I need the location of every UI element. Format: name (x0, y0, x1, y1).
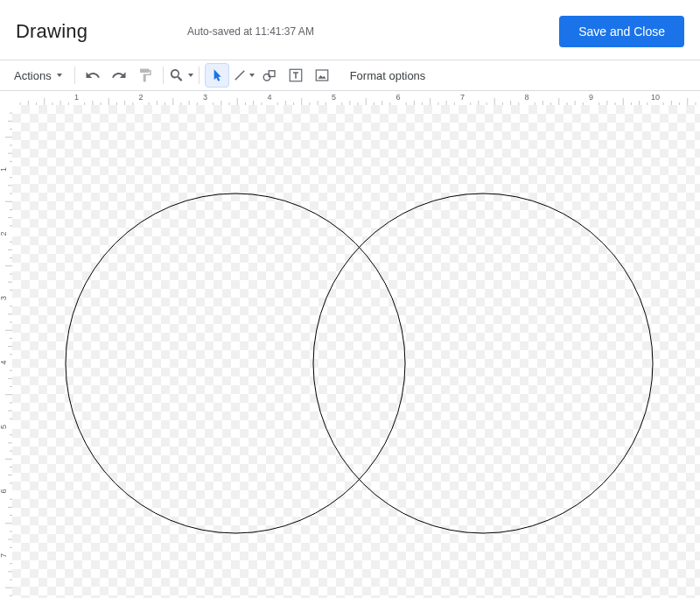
svg-text:5: 5 (332, 93, 336, 102)
svg-text:4: 4 (267, 93, 271, 102)
svg-text:3: 3 (203, 93, 207, 102)
select-tool[interactable] (205, 63, 229, 88)
caret-down-icon (57, 74, 62, 77)
ruler-horizontal: 12345678910 (12, 91, 700, 105)
redo-button[interactable] (107, 63, 131, 88)
svg-text:6: 6 (0, 489, 8, 493)
svg-text:7: 7 (0, 553, 8, 558)
undo-button[interactable] (80, 63, 105, 88)
actions-menu[interactable]: Actions (7, 63, 69, 88)
svg-text:2: 2 (0, 231, 8, 236)
svg-text:6: 6 (396, 93, 400, 102)
image-icon (314, 67, 330, 83)
caret-down-icon (249, 74, 255, 77)
cursor-icon (210, 68, 224, 82)
drawing-canvas[interactable] (12, 105, 700, 598)
paint-format-button[interactable] (133, 63, 158, 88)
shapes-icon (262, 67, 277, 83)
autosave-status: Auto-saved at 11:41:37 AM (187, 25, 314, 38)
redo-icon (111, 67, 127, 83)
ruler-vertical: 1234567 (0, 105, 12, 598)
workspace: 12345678910 1234567 (0, 91, 700, 598)
svg-text:1: 1 (0, 167, 8, 172)
toolbar: Actions Format options (0, 60, 700, 91)
save-and-close-button[interactable]: Save and Close (559, 16, 684, 47)
svg-text:7: 7 (460, 93, 465, 102)
text-box-tool[interactable] (284, 63, 308, 88)
line-icon (232, 67, 248, 83)
svg-text:5: 5 (0, 425, 8, 429)
line-tool[interactable] (231, 63, 256, 88)
svg-text:3: 3 (0, 296, 8, 300)
paint-roller-icon (137, 67, 153, 83)
caret-down-icon (188, 74, 193, 77)
zoom-menu[interactable] (169, 63, 193, 88)
zoom-icon (169, 67, 185, 83)
svg-text:8: 8 (524, 93, 528, 102)
header: Drawing Auto-saved at 11:41:37 AM Save a… (0, 0, 700, 60)
page-title: Drawing (16, 20, 88, 43)
format-options-button[interactable]: Format options (341, 63, 435, 88)
undo-icon (85, 67, 101, 83)
svg-rect-3 (316, 70, 328, 81)
venn-diagram (12, 105, 700, 598)
image-tool[interactable] (310, 63, 334, 88)
circle-left[interactable] (66, 193, 405, 533)
svg-text:10: 10 (651, 93, 660, 102)
svg-text:2: 2 (138, 93, 143, 102)
svg-text:4: 4 (0, 360, 8, 364)
shape-tool[interactable] (257, 63, 282, 88)
svg-text:9: 9 (589, 93, 593, 102)
svg-text:1: 1 (74, 93, 79, 102)
text-box-icon (288, 67, 304, 83)
circle-right[interactable] (313, 193, 653, 533)
